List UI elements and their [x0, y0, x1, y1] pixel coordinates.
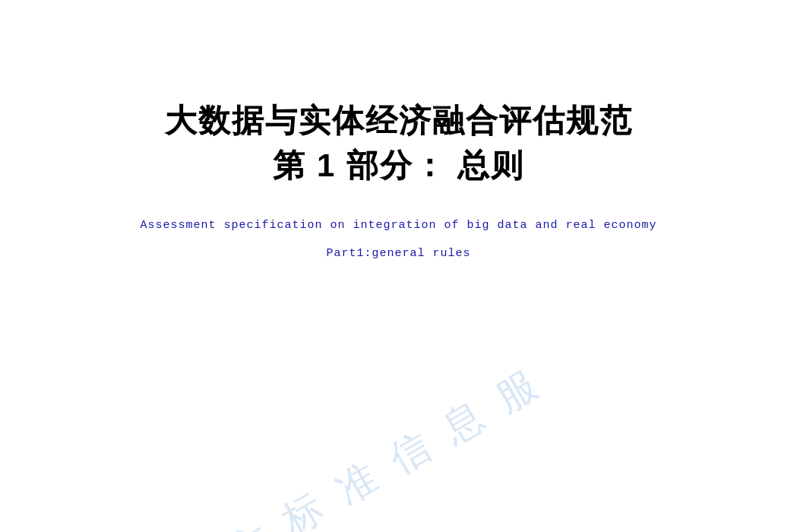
main-title-line2: 第 1 部分： 总则	[273, 144, 523, 188]
english-subtitle-line1: Assessment specification on integration …	[140, 219, 656, 232]
watermark: 地 方 标 准 信 息 服	[166, 356, 552, 532]
english-subtitle-line2: Part1:general rules	[326, 247, 470, 260]
main-title-line1: 大数据与实体经济融合评估规范	[165, 99, 633, 144]
page-container: 大数据与实体经济融合评估规范 第 1 部分： 总则 Assessment spe…	[0, 0, 797, 532]
